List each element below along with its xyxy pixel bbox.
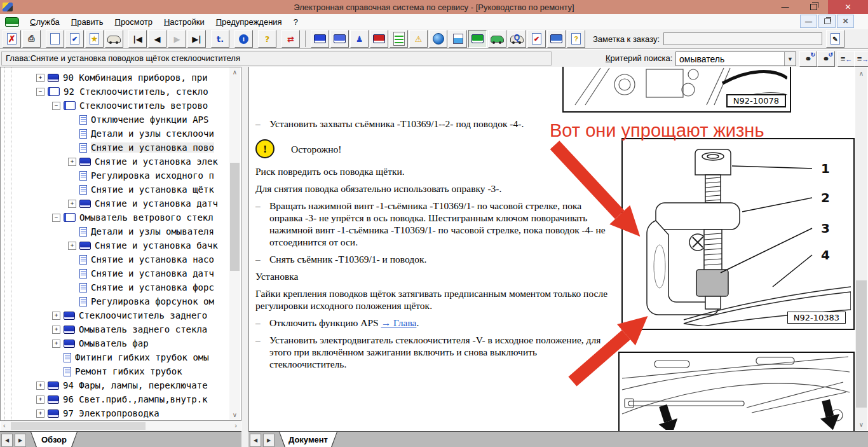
tree-hscroll-thumb[interactable]: [11, 422, 146, 430]
checklist-button[interactable]: ✔: [527, 30, 546, 48]
web-globe-button[interactable]: [429, 30, 447, 48]
expand-icon[interactable]: +: [52, 340, 60, 348]
expand-icon[interactable]: +: [68, 242, 76, 250]
nav-back-button[interactable]: ◀: [148, 30, 166, 48]
scroll-down-icon[interactable]: ∨: [229, 411, 240, 418]
tab-document[interactable]: Документ: [279, 432, 337, 447]
vehicle-button[interactable]: [105, 30, 123, 48]
new-note-button[interactable]: ★: [85, 30, 104, 48]
edit-document-button[interactable]: ✔: [65, 30, 84, 48]
manuals-book-button[interactable]: [311, 30, 329, 48]
new-document-button[interactable]: [46, 30, 64, 48]
exit-button[interactable]: ✗: [3, 30, 21, 48]
tree-item[interactable]: +Регулировка форсунок ом: [1, 294, 229, 308]
tree-horizontal-scrollbar[interactable]: ‹ ›: [1, 421, 241, 431]
result-list-next-button[interactable]: ≡→: [854, 51, 868, 67]
order-note-input[interactable]: [663, 32, 822, 45]
scroll-down-icon[interactable]: ∨: [855, 421, 867, 428]
history-button[interactable]: t.: [211, 30, 229, 48]
tab-scroll-left-button[interactable]: ◀: [1, 434, 13, 447]
tree-item[interactable]: +Снятие и установка датч: [1, 266, 229, 280]
info-button[interactable]: i: [234, 30, 253, 48]
restore-button[interactable]: [799, 0, 828, 14]
search-criterion-combobox[interactable]: омыватель ▼: [675, 52, 796, 66]
tree-item[interactable]: +Омыватель заднего стекла: [1, 322, 229, 336]
close-button[interactable]: ✕: [828, 0, 868, 14]
tree-item[interactable]: +Снятие и установка датч: [1, 196, 229, 210]
collapse-icon[interactable]: −: [36, 88, 44, 96]
menu-просмотр[interactable]: Просмотр: [109, 17, 158, 27]
search-next-button[interactable]: ⚭↻: [799, 51, 817, 67]
tree-item[interactable]: +Регулировка исходного п: [1, 168, 229, 182]
tab-scroll-right-button[interactable]: ▶: [15, 434, 26, 447]
car-query-button[interactable]: Q: [508, 30, 526, 48]
tree-item[interactable]: +Стеклоочиститель заднего: [1, 308, 229, 322]
tree-item[interactable]: +Детали и узлы стеклоочи: [1, 127, 229, 141]
order-note-button[interactable]: ✎: [826, 30, 844, 48]
minimize-button[interactable]: —: [771, 0, 799, 14]
tree-item[interactable]: +Детали и узлы омывателя: [1, 224, 229, 238]
tree-item[interactable]: +96 Свет.приб.,лампы,внутр.к: [1, 392, 229, 406]
tree-vertical-scrollbar[interactable]: ∧ ∨: [229, 67, 240, 420]
car-green-button[interactable]: [488, 30, 506, 48]
collapse-icon[interactable]: −: [52, 214, 60, 222]
scroll-up-icon[interactable]: ∧: [229, 69, 240, 76]
expand-icon[interactable]: +: [36, 382, 44, 390]
document-scroll-thumb[interactable]: [856, 280, 867, 408]
expand-icon[interactable]: +: [36, 409, 44, 418]
tab-overview[interactable]: Обзор: [31, 432, 78, 447]
tab-scroll-right-button[interactable]: ▶: [263, 434, 275, 447]
tree-item[interactable]: +Снятие и установка элек: [1, 155, 229, 168]
search-prev-button[interactable]: ⚭↺: [817, 51, 835, 67]
menu-служба[interactable]: Служба: [24, 17, 65, 27]
tree-item[interactable]: +Омыватель фар: [1, 336, 229, 350]
nav-first-button[interactable]: |◀: [128, 30, 147, 48]
expand-icon[interactable]: +: [52, 326, 60, 334]
tables-list-button[interactable]: [390, 30, 408, 48]
document-vertical-scrollbar[interactable]: ∧ ∨: [855, 67, 867, 430]
tree-item[interactable]: +Снятие и установка насо: [1, 252, 229, 266]
chevron-down-icon[interactable]: ▼: [784, 52, 796, 65]
library-button[interactable]: [547, 30, 566, 48]
tree-scroll-thumb[interactable]: [230, 163, 240, 271]
menu-настройки[interactable]: Настройки: [158, 17, 210, 27]
tree-item[interactable]: +Снятие и установка пово: [1, 141, 229, 155]
mdi-minimize-button[interactable]: —: [800, 15, 817, 28]
tree-item[interactable]: +97 Электропроводка: [1, 406, 229, 420]
expand-icon[interactable]: +: [68, 158, 76, 166]
component-button[interactable]: [449, 30, 467, 48]
tree-item[interactable]: +94 Фары, лампы, переключате: [1, 378, 229, 392]
expand-icon[interactable]: +: [68, 200, 76, 208]
nav-last-button[interactable]: ▶|: [187, 30, 206, 48]
tab-scroll-left-button[interactable]: ◀: [250, 434, 261, 447]
help-button[interactable]: ?: [258, 30, 276, 48]
tree-item[interactable]: +90 Комбинация приборов, при: [1, 71, 229, 85]
menu-править[interactable]: Править: [65, 17, 109, 27]
body-figure-button[interactable]: ♟: [350, 30, 369, 48]
tree-item[interactable]: +Ремонт гибких трубок: [1, 364, 229, 378]
expand-icon[interactable]: +: [36, 74, 44, 82]
wiring-book-button[interactable]: [330, 30, 349, 48]
menu--[interactable]: ?: [288, 17, 304, 27]
service-book-button[interactable]: [370, 30, 388, 48]
tree-item[interactable]: +Снятие и установка щётк: [1, 182, 229, 196]
menu-предупреждения[interactable]: Предупреждения: [210, 17, 288, 27]
panel-splitter[interactable]: [241, 67, 248, 447]
mdi-restore-button[interactable]: [818, 15, 836, 28]
tree-item[interactable]: +Отключение функции APS: [1, 113, 229, 127]
tree-item[interactable]: −Омыватель ветрового стекл: [1, 210, 229, 224]
scroll-left-icon[interactable]: ‹: [3, 422, 6, 429]
tree-item[interactable]: +Фитинги гибких трубок омы: [1, 350, 229, 364]
repair-manual-button[interactable]: [468, 30, 487, 48]
print-button[interactable]: ⎙: [22, 30, 41, 48]
collapse-icon[interactable]: −: [52, 102, 60, 110]
expand-icon[interactable]: +: [52, 312, 60, 320]
scroll-right-icon[interactable]: ›: [234, 422, 237, 429]
mdi-close-button[interactable]: ✕: [837, 15, 854, 28]
tree-item[interactable]: +Снятие и установка форс: [1, 280, 229, 294]
scroll-up-icon[interactable]: ∧: [855, 70, 867, 77]
page-help-button[interactable]: ?: [567, 30, 585, 48]
tree-item[interactable]: −Стеклоочиститель ветрово: [1, 99, 229, 113]
warnings-button[interactable]: ⚠: [409, 30, 428, 48]
tree-item[interactable]: +Снятие и установка бачк: [1, 238, 229, 252]
